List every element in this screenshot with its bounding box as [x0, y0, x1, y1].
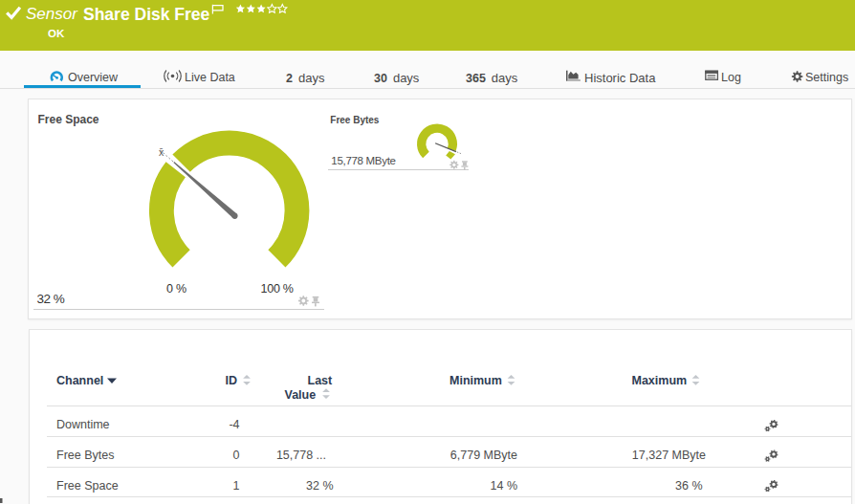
svg-text:x̄: x̄: [159, 146, 164, 158]
